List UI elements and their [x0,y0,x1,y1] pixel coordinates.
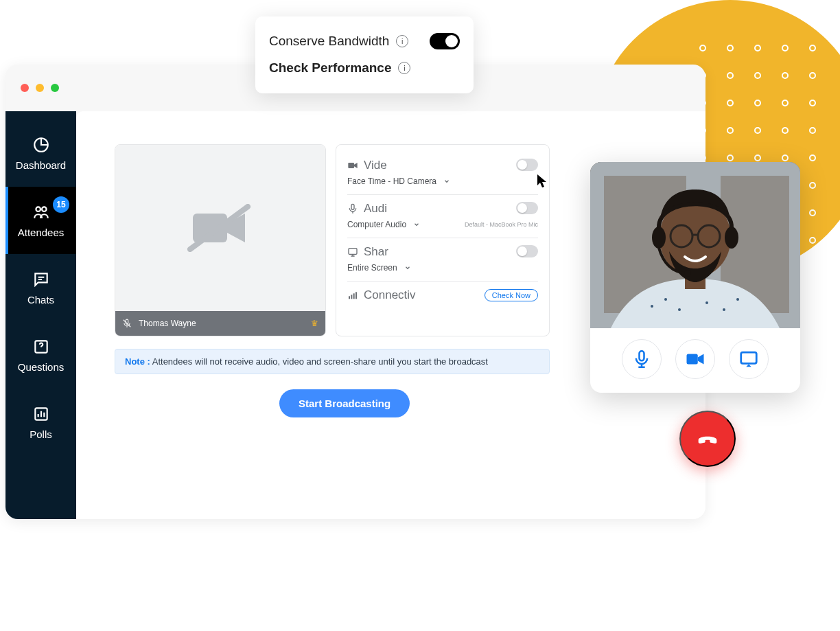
svg-rect-54 [349,249,357,255]
sidebar-item-polls[interactable]: Polls [5,389,76,456]
svg-point-67 [723,308,725,311]
svg-point-22 [755,155,760,161]
hangup-icon [694,425,721,452]
conserve-bandwidth-toggle[interactable] [430,33,460,49]
svg-point-9 [810,73,815,78]
video-preview-placeholder [115,145,325,311]
audio-label: Audi [364,202,387,216]
host-crown-icon: ♛ [311,319,318,328]
svg-point-13 [782,100,788,106]
video-icon [347,160,358,171]
svg-rect-77 [687,354,698,365]
svg-point-3 [782,45,788,51]
video-thumbnail-card [590,162,800,393]
video-preview-card: Thomas Wayne ♛ [115,144,326,336]
share-source-dropdown[interactable]: Entire Screen [347,263,538,273]
svg-point-34 [810,210,815,216]
screen-share-button[interactable] [729,339,769,379]
audio-source-value: Computer Audio [347,220,406,229]
check-now-button[interactable]: Check Now [485,289,538,301]
svg-rect-78 [741,352,757,363]
audio-hint: Default - MacBook Pro Mic [465,221,538,228]
note-label: Note : [125,356,150,367]
video-preview-footer: Thomas Wayne ♛ [115,311,325,336]
share-toggle[interactable] [516,245,538,257]
screen-share-icon [738,349,759,369]
svg-point-66 [705,301,708,304]
svg-point-44 [810,265,815,271]
video-thumbnail-controls [590,328,800,393]
window-maximize-button[interactable] [51,84,59,92]
camera-button[interactable] [675,339,715,379]
broadcast-note: Note : Attendees will not receive audio,… [115,349,550,374]
svg-point-11 [727,100,733,106]
sidebar-item-chats[interactable]: Chats [5,254,76,321]
svg-point-8 [782,73,788,78]
hangup-button[interactable] [679,411,736,467]
check-performance-row[interactable]: Check Performance i [269,55,460,81]
svg-point-16 [727,128,733,133]
svg-point-24 [810,155,815,161]
svg-point-29 [810,183,815,188]
video-source-dropdown[interactable]: Face Time - HD Camera [347,176,538,186]
mic-icon [632,349,651,369]
svg-rect-57 [353,293,355,299]
sidebar-item-label: Attendees [18,227,65,238]
participant-video-feed [590,162,800,328]
svg-point-65 [678,308,681,311]
chats-icon [32,271,50,288]
svg-point-21 [727,155,733,161]
window-close-button[interactable] [21,84,29,92]
audio-source-dropdown[interactable]: Computer Audio Default - MacBook Pro Mic [347,220,538,229]
camera-off-icon [187,204,253,252]
info-icon[interactable]: i [396,35,408,47]
svg-point-19 [810,128,815,133]
chevron-down-icon [413,221,420,228]
sidebar-item-dashboard[interactable]: Dashboard [5,119,76,187]
chevron-down-icon [404,264,411,271]
svg-rect-55 [349,296,350,299]
mic-button[interactable] [622,339,662,379]
mic-muted-icon [122,319,132,328]
conserve-bandwidth-row: Conserve Bandwidth i [269,27,460,55]
audio-toggle[interactable] [516,202,538,214]
svg-point-17 [755,128,760,133]
participant-video-illustration [590,162,800,328]
svg-point-18 [782,128,788,133]
svg-point-75 [725,227,738,249]
video-toggle[interactable] [516,159,538,171]
svg-point-14 [810,100,815,106]
polls-icon [32,405,50,423]
audio-setting-row: Audi Computer Audio Default - MacBook Pr… [347,195,538,238]
note-text: Attendees will not receive audio, video … [150,356,488,367]
svg-point-0 [700,45,705,51]
window-minimize-button[interactable] [36,84,44,92]
svg-point-4 [810,45,815,51]
chevron-down-icon [443,178,450,185]
svg-point-1 [727,45,733,51]
connectivity-label: Connectiv [364,288,416,302]
info-icon[interactable]: i [398,62,410,74]
questions-icon [32,338,50,356]
bandwidth-popover: Conserve Bandwidth i Check Performance i [255,16,474,93]
svg-point-63 [651,305,653,308]
svg-point-12 [755,100,760,106]
share-source-value: Entire Screen [347,263,397,273]
video-source-value: Face Time - HD Camera [347,176,436,186]
camera-icon [685,349,705,369]
svg-rect-53 [348,163,354,168]
sidebar-item-label: Chats [27,294,54,306]
share-icon [347,246,358,257]
svg-point-46 [36,207,40,211]
svg-point-74 [652,227,666,249]
dashboard-icon [32,136,50,154]
sidebar-item-questions[interactable]: Questions [5,321,76,389]
svg-point-64 [664,298,667,301]
svg-rect-58 [355,292,357,299]
svg-point-76 [684,270,691,277]
svg-point-47 [42,207,47,211]
check-performance-label: Check Performance [269,60,391,76]
start-broadcasting-button[interactable]: Start Broadcasting [279,389,410,417]
share-setting-row: Shar Entire Screen [347,238,538,282]
sidebar-item-attendees[interactable]: 15 Attendees [5,187,76,254]
